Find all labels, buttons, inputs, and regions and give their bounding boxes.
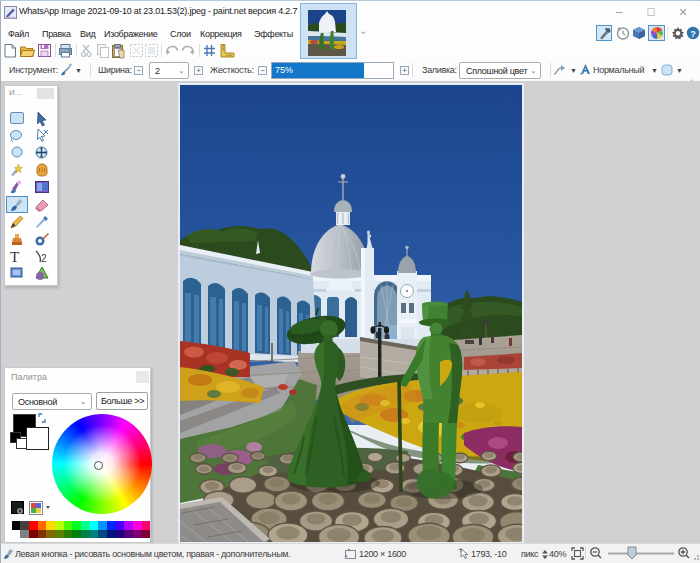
svg-text:2: 2 — [41, 253, 47, 264]
svg-text:?: ? — [690, 29, 696, 39]
svg-text:T: T — [10, 249, 19, 265]
